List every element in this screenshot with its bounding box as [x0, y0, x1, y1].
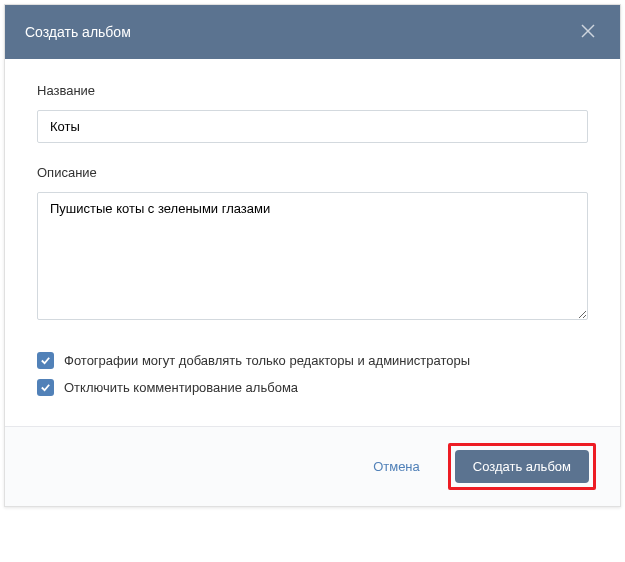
description-textarea[interactable]: Пушистые коты с зелеными глазами: [37, 192, 588, 320]
close-button[interactable]: [576, 20, 600, 44]
name-input[interactable]: [37, 110, 588, 143]
modal-header: Создать альбом: [5, 5, 620, 59]
close-icon: [580, 23, 596, 42]
modal-title: Создать альбом: [25, 24, 131, 40]
create-album-modal: Создать альбом Название Описание Пушисты…: [4, 4, 621, 507]
checkbox-group: Фотографии могут добавлять только редакт…: [37, 352, 588, 396]
description-field-group: Описание Пушистые коты с зелеными глазам…: [37, 165, 588, 324]
checkmark-icon: [40, 379, 51, 397]
checkbox-editors-label[interactable]: Фотографии могут добавлять только редакт…: [64, 353, 470, 368]
checkbox-row-comments: Отключить комментирование альбома: [37, 379, 588, 396]
name-field-group: Название: [37, 83, 588, 143]
checkbox-row-editors: Фотографии могут добавлять только редакт…: [37, 352, 588, 369]
name-label: Название: [37, 83, 588, 98]
submit-button-highlight: Создать альбом: [448, 443, 596, 490]
modal-body: Название Описание Пушистые коты с зелены…: [5, 59, 620, 426]
submit-button[interactable]: Создать альбом: [455, 450, 589, 483]
description-label: Описание: [37, 165, 588, 180]
cancel-button[interactable]: Отмена: [361, 451, 432, 482]
checkbox-comments-label[interactable]: Отключить комментирование альбома: [64, 380, 298, 395]
checkbox-comments[interactable]: [37, 379, 54, 396]
checkbox-editors[interactable]: [37, 352, 54, 369]
modal-footer: Отмена Создать альбом: [5, 426, 620, 506]
checkmark-icon: [40, 352, 51, 370]
